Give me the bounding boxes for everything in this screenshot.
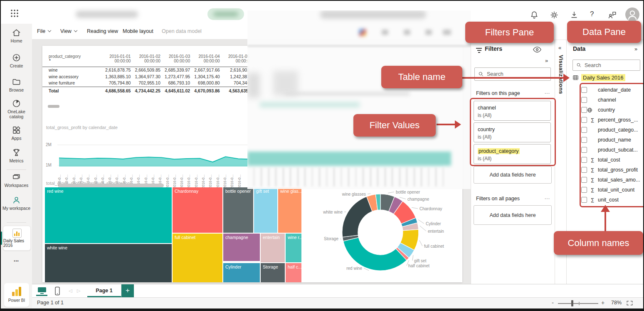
- matrix-header-cell[interactable]: product_category▲: [42, 54, 101, 63]
- matrix-header-cell[interactable]: 2016-01-05 00:00:0: [220, 54, 249, 63]
- add-filter-dropzone[interactable]: Add data fields here: [474, 166, 552, 184]
- sidebar-item-create[interactable]: Create: [1, 53, 32, 68]
- x-axis-tick-label: 2016-0...: [216, 174, 220, 189]
- account-avatar[interactable]: [625, 7, 639, 22]
- eye-icon[interactable]: [533, 46, 542, 53]
- search-icon: [478, 71, 484, 77]
- sidebar-item-workspaces[interactable]: Workspaces: [1, 172, 32, 188]
- menu-mobile-layout[interactable]: Mobile layout: [123, 28, 153, 34]
- data-table-item[interactable]: Daily Sales 2016: [572, 74, 625, 81]
- sidebar-item-label: Apps: [1, 136, 32, 141]
- donut-slice-label: half cabinet: [408, 264, 429, 268]
- menu-view[interactable]: View: [60, 28, 77, 34]
- treemap-cell-label: Chardonnay: [173, 187, 222, 195]
- sidebar-item-home[interactable]: Home: [1, 28, 32, 43]
- matrix-cell: 1,242,387: [220, 74, 249, 80]
- desktop-view-icon[interactable]: [37, 287, 47, 294]
- sidebar-item-browse[interactable]: Browse: [1, 77, 32, 92]
- collapse-pane-icon[interactable]: »: [634, 46, 637, 52]
- zoom-slider-track[interactable]: [558, 303, 598, 304]
- matrix-visual[interactable]: product_category▲2016-01-01 00:00:002016…: [42, 52, 249, 93]
- fit-to-page-icon[interactable]: [626, 300, 634, 306]
- visual-drag-handle[interactable]: [48, 105, 59, 108]
- sidebar-item-label: Metrics: [1, 158, 32, 163]
- matrix-header-cell[interactable]: 2016-01-04 00:00:00: [190, 54, 220, 63]
- data-search-input[interactable]: Search: [572, 60, 640, 71]
- matrix-header-cell[interactable]: 2016-01-01 00:00:00: [101, 54, 131, 63]
- add-filter-all-pages-dropzone[interactable]: Add data fields here: [474, 205, 552, 225]
- x-axis-tick-label: 2016-0...: [230, 174, 234, 189]
- sidebar-item-label: Daily Sales 2016: [3, 239, 30, 248]
- treemap-cell[interactable]: red wine: [45, 187, 172, 243]
- sidebar-item-daily-sales-2016[interactable]: Daily Sales 2016: [3, 226, 31, 251]
- power-bi-window: ? Home Create Browse OneLake catalog App…: [0, 0, 644, 311]
- matrix-total-row: Total4,686,558.654,734,442.254,645,611.0…: [42, 87, 249, 94]
- metrics-trophy-icon: [12, 148, 21, 157]
- collapse-pane-icon[interactable]: »: [545, 57, 548, 64]
- zoom-out-button[interactable]: -: [552, 299, 554, 306]
- x-axis-tick-label: 2016-0...: [187, 174, 191, 189]
- donut-slice-label: red wine: [346, 266, 362, 271]
- treemap-cell[interactable]: Cylinder: [223, 263, 260, 282]
- help-icon[interactable]: ?: [590, 10, 594, 18]
- sidebar-item-apps[interactable]: Apps: [1, 125, 32, 141]
- matrix-header-cell[interactable]: 2016-01-02 00:00:00: [131, 54, 160, 63]
- annotation-line-table-name: [462, 77, 565, 79]
- plus-circle-icon: [12, 53, 21, 62]
- more-options-icon[interactable]: ...: [545, 194, 550, 200]
- sidebar-more-button[interactable]: •••: [1, 259, 32, 263]
- blurred-region: [247, 10, 471, 189]
- download-icon[interactable]: [570, 10, 579, 20]
- treemap-cell[interactable]: champagne: [223, 234, 260, 261]
- sidebar-item-onelake-catalog[interactable]: OneLake catalog: [1, 99, 32, 119]
- matrix-header-cell[interactable]: 2016-01-03 00:00:00: [160, 54, 190, 63]
- page-tab[interactable]: Page 1: [87, 284, 121, 298]
- menu-file[interactable]: File: [37, 28, 51, 34]
- notifications-bell-icon[interactable]: [530, 10, 539, 20]
- add-page-button[interactable]: +: [121, 284, 134, 298]
- annotation-arrowhead-right: [563, 74, 570, 82]
- donut-chart-visual[interactable]: bottle openerchampagneChardonnayCylinder…: [303, 187, 460, 281]
- treemap-visual[interactable]: red winewhite wineChardonnayfull cabinet…: [45, 187, 301, 282]
- matrix-row[interactable]: wine furniture705,794.80702,955.10686,79…: [42, 80, 249, 87]
- donut-slice[interactable]: [342, 197, 372, 237]
- zoom-in-button[interactable]: +: [601, 299, 605, 306]
- treemap-cell-label: Storage: [261, 263, 285, 271]
- zoom-slider-thumb[interactable]: [571, 300, 573, 306]
- blurred-status-pill: [207, 8, 244, 20]
- settings-gear-icon[interactable]: [550, 10, 559, 20]
- sidebar-item-my-workspace[interactable]: My workspace: [1, 195, 32, 211]
- matrix-row[interactable]: wine2,616,878.752,666,509.852,685,339.97…: [42, 67, 249, 74]
- horizontal-scrollbar[interactable]: [59, 184, 164, 187]
- matrix-header-divider: [42, 63, 249, 67]
- mobile-view-icon[interactable]: [54, 286, 60, 296]
- treemap-cell[interactable]: gift set: [254, 187, 277, 233]
- treemap-cell[interactable]: full cabinet: [173, 234, 222, 282]
- treemap-cell[interactable]: entertain: [261, 234, 285, 262]
- treemap-cell[interactable]: Storage: [261, 263, 285, 282]
- callout-data-pane: Data Pane: [567, 21, 641, 43]
- treemap-cell[interactable]: white wine: [45, 244, 172, 282]
- matrix-row[interactable]: wine accessory1,363,885.101,364,977.301,…: [42, 74, 249, 80]
- chevron-down-icon: [48, 29, 51, 32]
- treemap-cell[interactable]: wine r...: [286, 234, 301, 262]
- annotation-line-column-names: [605, 211, 606, 232]
- feedback-icon[interactable]: [608, 10, 617, 20]
- next-page-arrow-icon[interactable]: ▷: [77, 288, 80, 294]
- x-axis-tick-label: 2016-0...: [223, 174, 227, 189]
- sidebar-item-label: My workspace: [1, 206, 32, 211]
- more-options-icon[interactable]: ...: [545, 89, 550, 95]
- annotation-arrowhead-right: [455, 120, 461, 129]
- prev-page-arrow-icon[interactable]: ◁: [69, 288, 72, 294]
- x-axis-tick-label: 2016-0...: [173, 174, 177, 189]
- treemap-cell[interactable]: half c...: [286, 263, 301, 282]
- app-launcher-waffle-icon[interactable]: [10, 8, 20, 18]
- menu-reading-view[interactable]: Reading view: [87, 28, 118, 34]
- sidebar-item-metrics[interactable]: Metrics: [1, 148, 32, 163]
- treemap-cell[interactable]: Chardonnay: [173, 187, 222, 233]
- filters-search-input[interactable]: Search: [474, 67, 551, 81]
- filters-on-this-page-label: Filters on this page: [476, 90, 520, 96]
- treemap-cell[interactable]: bottle opener: [223, 187, 253, 233]
- expand-pane-icon[interactable]: «: [558, 45, 561, 51]
- treemap-cell[interactable]: wine glas...: [278, 187, 301, 233]
